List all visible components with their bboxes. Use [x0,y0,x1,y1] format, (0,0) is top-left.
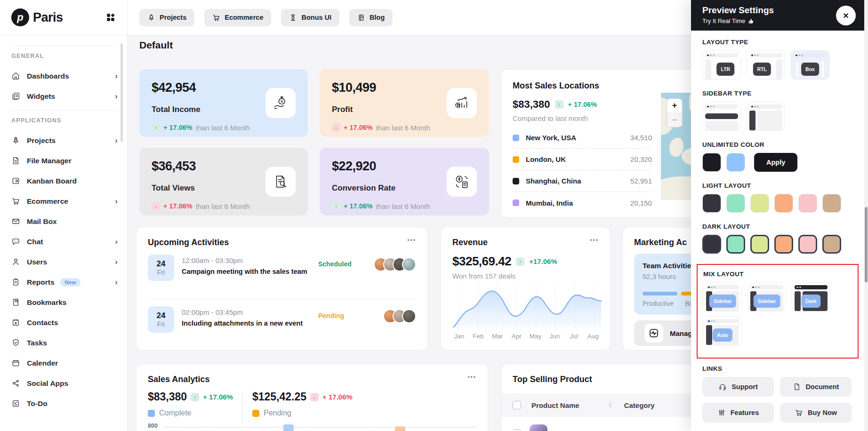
light-color-swatch[interactable] [774,194,793,213]
row-checkbox[interactable] [513,429,521,431]
divider [11,110,118,111]
report-icon [11,278,20,287]
chevron-right-icon: › [115,278,118,287]
money-exchange-icon [447,167,477,197]
sidebar-item-social-apps[interactable]: Social Apps [11,373,118,393]
chevron-right-icon: › [115,72,118,81]
sidebar-item-to-do[interactable]: To-Do [11,393,118,414]
dark-color-swatch[interactable] [774,235,793,254]
light-color-swatch[interactable] [702,194,721,213]
sidebar-item-mail-box[interactable]: Mail Box [11,211,118,231]
select-all-checkbox[interactable] [513,401,521,409]
sidebar-item-calender[interactable]: Calender [11,353,118,373]
locations-amount: $83,380 [513,98,550,111]
layout-option-box[interactable]: Box [791,50,829,80]
legend-swatch [513,200,519,206]
avatar[interactable] [402,309,416,323]
features-link-button[interactable]: Features [702,403,774,423]
map-zoom-in-button[interactable]: + [667,99,682,113]
light-color-swatch[interactable] [798,194,817,213]
dark-color-swatch[interactable] [750,235,769,254]
nav-bonus-ui-button[interactable]: Bonus UI [281,9,339,26]
stat-card-profit: $10,499 Profit ↓ + 17.06% than last 6 Mo… [320,69,489,137]
dark-color-swatch[interactable] [726,235,745,254]
card-menu-button[interactable]: ••• [467,374,476,380]
column-product-name[interactable]: Product Name [531,401,579,409]
paris-logo-icon[interactable]: p [11,8,29,26]
section-heading: MIX LAYOUT [703,271,852,278]
dark-color-swatch[interactable] [798,235,817,254]
card-menu-button[interactable]: ••• [590,237,599,243]
activity-row: 24 Fri 02:00pm - 03:45pm Including attac… [148,306,416,347]
sidebar-item-tasks[interactable]: Tasks [11,333,118,353]
logo-text[interactable]: Paris [33,10,63,25]
document-search-icon [265,167,296,197]
layout-option-ltr[interactable]: LTR [702,50,741,80]
map-zoom-out-button[interactable]: − [667,113,682,128]
trend-up-icon: ↑ [152,123,160,132]
column-category[interactable]: Category [624,401,655,409]
nav-ecommerce-button[interactable]: Ecommerce [204,9,271,26]
location-row: New York, USA 34,510 [513,127,652,149]
rocket-icon [11,136,20,145]
document-link-button[interactable]: Document [780,377,852,397]
sidebar-item-kanban-board[interactable]: Kanban Board [11,171,118,191]
light-color-swatch[interactable] [726,194,745,213]
profit-chart-icon [447,88,477,118]
avatar[interactable] [402,257,416,271]
nav-blog-button[interactable]: Blog [349,9,393,26]
light-color-swatch[interactable] [750,194,769,213]
mix-option-sidebar-1[interactable]: Sidebar [703,282,742,311]
unlimited-color-blue-swatch[interactable] [726,153,745,172]
date-box: 24 Fri [148,306,174,333]
sidebar-item-ecommerce[interactable]: Ecommerce› [11,191,118,211]
sidebar-item-widgets[interactable]: Widgets› [11,86,118,106]
sidebar-item-chat[interactable]: Chat› [11,231,118,252]
mix-option-auto[interactable]: Auto [703,316,742,345]
nav-projects-button[interactable]: Projects [139,9,194,26]
money-hand-icon [265,88,296,118]
widgets-icon [11,92,20,101]
apply-button[interactable]: Apply [754,153,797,172]
layout-option-rtl[interactable]: RTL [747,50,785,80]
sidebar-type-horizontal[interactable] [702,102,741,131]
chevron-right-icon: › [115,257,118,267]
dark-color-swatch[interactable] [702,235,721,254]
legend-swatch [252,410,259,417]
card-menu-button[interactable]: ••• [407,237,416,243]
stat-card-total-income: $42,954 Total Income ↑ + 17.06% than las… [139,69,308,137]
apps-grid-icon[interactable] [105,12,116,23]
sidebar-item-reports[interactable]: Reports New › [11,272,118,292]
stat-card-conversion-rate: $22,920 Conversion Rate ↑ + 17.06% than … [320,148,489,216]
light-color-swatch[interactable] [822,194,841,213]
section-heading: LINKS [702,365,853,372]
sidebar-item-file-manager[interactable]: File Manager [11,151,118,171]
sidebar-scrollbar[interactable] [121,43,123,142]
cart-icon [795,408,803,417]
sidebar-type-vertical[interactable] [747,102,785,131]
sliders-icon [717,408,726,417]
trend-down-icon: ↓ [332,123,340,132]
sidebar-item-projects[interactable]: Projects› [11,130,118,151]
scrollbar-thumb[interactable] [865,207,868,282]
page-scrollbar[interactable] [864,0,868,431]
buy-now-link-button[interactable]: Buy Now [780,403,852,423]
status-badge: Scheduled [318,260,352,268]
close-button[interactable]: ✕ [836,6,856,25]
sidebar-item-dashboards[interactable]: Dashboards› [11,66,118,86]
sort-icon[interactable]: ▲▼ [609,402,612,408]
dark-color-swatch[interactable] [822,235,841,254]
sidebar-item-users[interactable]: Users› [11,252,118,272]
unlimited-color-dark-swatch[interactable] [702,153,721,172]
mix-option-dark[interactable]: Dark [792,282,830,311]
section-heading: UNLIMITED COLOR [702,141,853,148]
sidebar-item-contacts[interactable]: Contacts [11,312,118,333]
trend-up-icon: ↑ [191,393,199,401]
mix-option-sidebar-2[interactable]: Sidebar [747,282,786,311]
home-icon [11,72,20,80]
sidebar-item-bookmarks[interactable]: Bookmarks [11,292,118,312]
stat-card-total-views: $36,453 Total Views ↓ + 17.06% than last… [139,148,308,216]
trend-down-icon: ↓ [310,393,319,401]
gridline [164,427,476,428]
support-link-button[interactable]: Support [702,377,774,397]
